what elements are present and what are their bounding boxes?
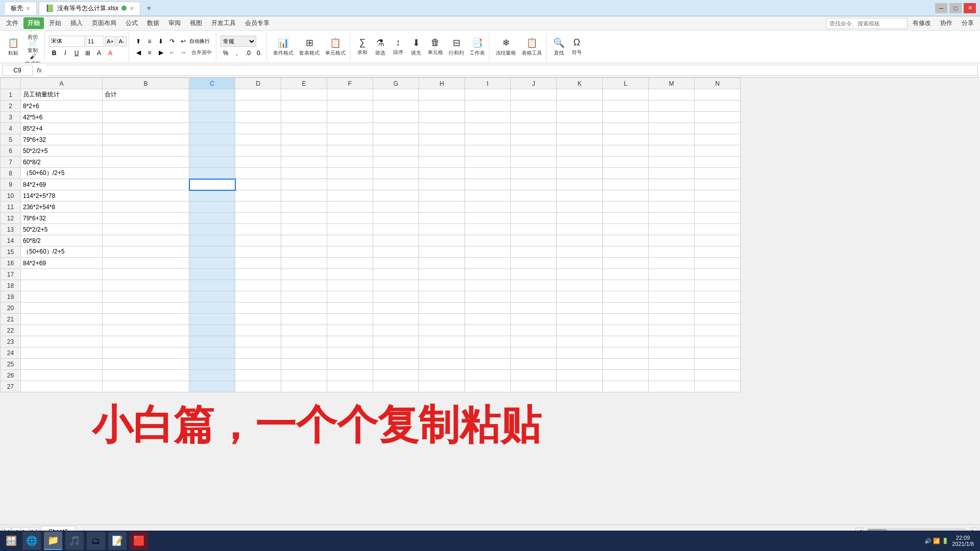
- cell-E18[interactable]: [281, 280, 327, 291]
- cell-I3[interactable]: [465, 112, 511, 123]
- cell-J11[interactable]: [511, 202, 557, 213]
- cell-N20[interactable]: [695, 303, 741, 314]
- cell-G25[interactable]: [373, 359, 419, 370]
- cell-C6[interactable]: [189, 145, 235, 157]
- cell-C2[interactable]: [189, 101, 235, 112]
- cell-M14[interactable]: [649, 235, 695, 246]
- cell-I24[interactable]: [465, 347, 511, 359]
- cell-K14[interactable]: [557, 235, 603, 246]
- cell-E27[interactable]: [281, 381, 327, 392]
- cell-G26[interactable]: [373, 370, 419, 381]
- cell-I25[interactable]: [465, 359, 511, 370]
- cell-K19[interactable]: [557, 291, 603, 303]
- menu-item-fenxiang[interactable]: 分享: [958, 17, 978, 29]
- menu-item-insert[interactable]: 开始: [45, 17, 65, 29]
- cell-F17[interactable]: [327, 269, 373, 280]
- cell-C3[interactable]: [189, 112, 235, 123]
- menu-item-formula[interactable]: 页面布局: [88, 17, 120, 29]
- cell-A22[interactable]: [21, 325, 103, 336]
- col-header-M[interactable]: M: [649, 78, 695, 89]
- cell-I5[interactable]: [465, 134, 511, 145]
- cell-K8[interactable]: [557, 168, 603, 179]
- cell-I4[interactable]: [465, 123, 511, 134]
- cell-K9[interactable]: [557, 179, 603, 190]
- cell-D22[interactable]: [235, 325, 281, 336]
- cell-C1[interactable]: [189, 89, 235, 101]
- col-header-K[interactable]: K: [557, 78, 603, 89]
- cell-H22[interactable]: [419, 325, 465, 336]
- cell-C10[interactable]: [189, 190, 235, 202]
- close-button[interactable]: ✕: [964, 3, 976, 13]
- cell-C12[interactable]: [189, 213, 235, 224]
- col-header-L[interactable]: L: [603, 78, 649, 89]
- cell-C23[interactable]: [189, 336, 235, 347]
- cell-D3[interactable]: [235, 112, 281, 123]
- delete-button[interactable]: 🗑 单元格: [426, 34, 445, 60]
- cell-N12[interactable]: [695, 213, 741, 224]
- cell-J13[interactable]: [511, 224, 557, 235]
- cell-H7[interactable]: [419, 157, 465, 168]
- tab-板壳[interactable]: 板壳 ✕: [4, 2, 37, 15]
- cell-B26[interactable]: [103, 370, 189, 381]
- cell-F26[interactable]: [327, 370, 373, 381]
- find-button[interactable]: 🔍 直找: [551, 34, 567, 60]
- cell-C9[interactable]: [189, 179, 235, 190]
- border-button[interactable]: ⊞: [83, 48, 93, 58]
- cell-H21[interactable]: [419, 314, 465, 325]
- cell-J5[interactable]: [511, 134, 557, 145]
- cell-N4[interactable]: [695, 123, 741, 134]
- cell-M10[interactable]: [649, 190, 695, 202]
- cell-M19[interactable]: [649, 291, 695, 303]
- cell-K23[interactable]: [557, 336, 603, 347]
- cell-D6[interactable]: [235, 145, 281, 157]
- cell-D27[interactable]: [235, 381, 281, 392]
- cell-L1[interactable]: [603, 89, 649, 101]
- cell-D14[interactable]: [235, 235, 281, 246]
- cell-F6[interactable]: [327, 145, 373, 157]
- cell-E6[interactable]: [281, 145, 327, 157]
- cell-G14[interactable]: [373, 235, 419, 246]
- cell-E8[interactable]: [281, 168, 327, 179]
- cell-K17[interactable]: [557, 269, 603, 280]
- cell-L24[interactable]: [603, 347, 649, 359]
- cell-M17[interactable]: [649, 269, 695, 280]
- cell-C15[interactable]: [189, 246, 235, 258]
- row-col-button[interactable]: ⊟ 行和列: [447, 34, 466, 60]
- cell-I23[interactable]: [465, 336, 511, 347]
- cell-A7[interactable]: 60*8/2: [21, 157, 103, 168]
- cell-A25[interactable]: [21, 359, 103, 370]
- cell-I6[interactable]: [465, 145, 511, 157]
- cell-E14[interactable]: [281, 235, 327, 246]
- cell-L18[interactable]: [603, 280, 649, 291]
- cell-E11[interactable]: [281, 202, 327, 213]
- cell-N2[interactable]: [695, 101, 741, 112]
- bold-button[interactable]: B: [49, 48, 59, 58]
- menu-item-dev[interactable]: 视图: [186, 17, 206, 29]
- cell-H8[interactable]: [419, 168, 465, 179]
- cell-C26[interactable]: [189, 370, 235, 381]
- cell-D17[interactable]: [235, 269, 281, 280]
- cell-H18[interactable]: [419, 280, 465, 291]
- cell-C27[interactable]: [189, 381, 235, 392]
- cell-B23[interactable]: [103, 336, 189, 347]
- cell-D7[interactable]: [235, 157, 281, 168]
- cell-M7[interactable]: [649, 157, 695, 168]
- conditional-format-button[interactable]: 📊 条件格式: [271, 34, 296, 60]
- cell-G9[interactable]: [373, 179, 419, 190]
- cell-K2[interactable]: [557, 101, 603, 112]
- cell-G17[interactable]: [373, 269, 419, 280]
- cell-F22[interactable]: [327, 325, 373, 336]
- cell-J25[interactable]: [511, 359, 557, 370]
- cell-M25[interactable]: [649, 359, 695, 370]
- cell-D19[interactable]: [235, 291, 281, 303]
- cell-G10[interactable]: [373, 190, 419, 202]
- cell-N13[interactable]: [695, 224, 741, 235]
- format-painter-button[interactable]: 🖌 格式刷: [23, 54, 42, 64]
- col-header-A[interactable]: A: [21, 78, 103, 89]
- cell-L7[interactable]: [603, 157, 649, 168]
- cell-M15[interactable]: [649, 246, 695, 258]
- cell-L12[interactable]: [603, 213, 649, 224]
- cell-I13[interactable]: [465, 224, 511, 235]
- taskbar-app-explorer[interactable]: 📁: [44, 532, 62, 550]
- cell-F12[interactable]: [327, 213, 373, 224]
